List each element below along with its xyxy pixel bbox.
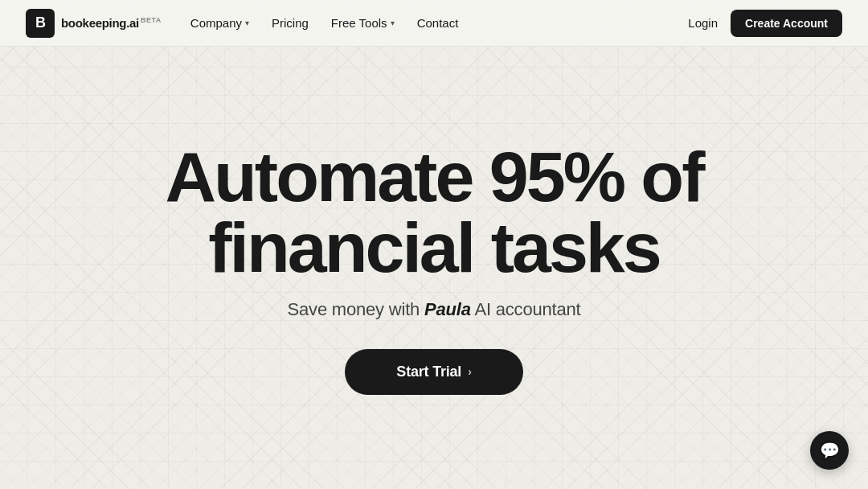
nav-link-contact[interactable]: Contact <box>417 16 459 30</box>
navbar: B bookeeping.aiBETA Company ▾ Pricing Fr <box>0 0 868 47</box>
hero-headline: Automate 95% of financial tasks <box>166 142 703 283</box>
logo-text: bookeeping.aiBETA <box>61 16 162 30</box>
create-account-button[interactable]: Create Account <box>731 10 842 37</box>
nav-left: B bookeeping.aiBETA Company ▾ Pricing Fr <box>26 9 458 38</box>
nav-item-company[interactable]: Company ▾ <box>190 16 249 30</box>
chevron-down-icon: ▾ <box>245 18 249 27</box>
nav-item-pricing[interactable]: Pricing <box>272 16 309 30</box>
cta-arrow-icon: › <box>468 365 471 378</box>
start-trial-button[interactable]: Start Trial › <box>345 349 522 395</box>
login-link[interactable]: Login <box>688 16 718 30</box>
nav-link-free-tools[interactable]: Free Tools ▾ <box>331 16 395 30</box>
nav-right: Login Create Account <box>688 10 842 37</box>
chat-icon: 💬 <box>820 441 840 460</box>
nav-item-free-tools[interactable]: Free Tools ▾ <box>331 16 395 30</box>
hero-subheadline: Save money with Paula AI accountant <box>288 299 581 320</box>
chevron-down-icon-tools: ▾ <box>391 18 395 27</box>
nav-links: Company ▾ Pricing Free Tools ▾ Contact <box>190 16 459 30</box>
chat-widget-button[interactable]: 💬 <box>810 431 849 470</box>
nav-link-company[interactable]: Company ▾ <box>190 16 249 30</box>
logo-link[interactable]: B bookeeping.aiBETA <box>26 9 162 38</box>
logo-beta-label: BETA <box>141 16 162 24</box>
logo-icon: B <box>26 9 55 38</box>
hero-section: Automate 95% of financial tasks Save mon… <box>0 47 868 489</box>
nav-link-pricing[interactable]: Pricing <box>272 16 309 30</box>
nav-item-contact[interactable]: Contact <box>417 16 459 30</box>
hero-italic-name: Paula <box>424 299 471 319</box>
